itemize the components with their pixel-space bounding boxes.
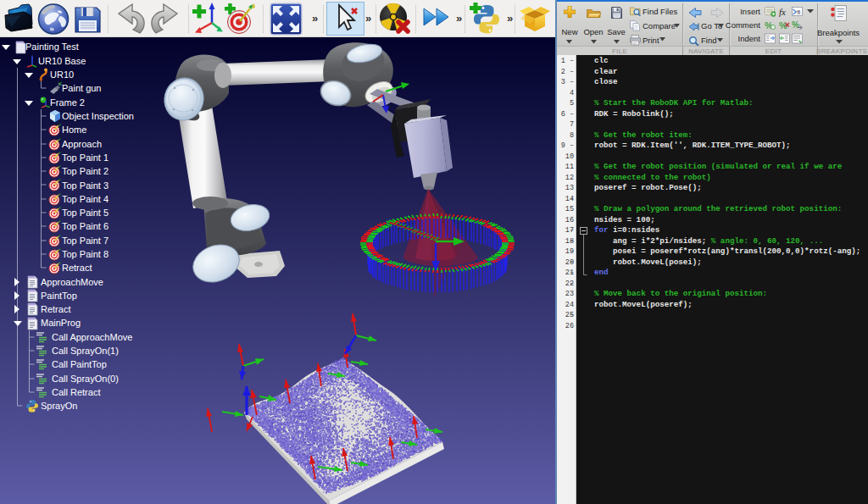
svg-text:fx: fx xyxy=(779,7,786,17)
svg-text:fi: fi xyxy=(798,8,801,16)
svg-text:%: % xyxy=(792,20,799,30)
